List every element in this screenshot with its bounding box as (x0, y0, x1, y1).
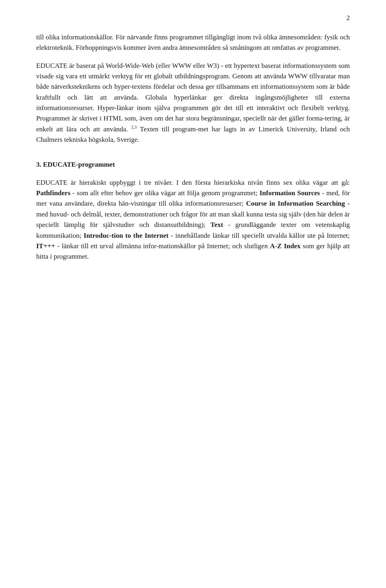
page-number: 2 (347, 13, 350, 23)
bold-introduction: Introduc-tion to the Internet (84, 232, 168, 239)
section-heading-text: 3. EDUCATE-programmet (36, 161, 115, 168)
text-after-introduction: - innehållande länkar till speciellt utv… (168, 232, 350, 239)
bold-information-sources: Information Sources (259, 189, 320, 197)
bold-itplusplus: IT+++ (36, 242, 55, 250)
bold-pathfinders: Pathfinders (36, 189, 70, 197)
paragraph-2-text: EDUCATE är baserat på World-Wide-Web (el… (36, 62, 350, 143)
paragraph-2: EDUCATE är baserat på World-Wide-Web (el… (36, 61, 350, 145)
main-content: till olika informationskällor. För närva… (36, 32, 350, 262)
text-after-superscript: Texten till program-met har lagts in av … (36, 125, 350, 143)
bold-text: Text (210, 221, 223, 229)
paragraph-3-intro: EDUCATE är hierakiskt uppbyggt i tre niv… (36, 179, 350, 260)
paragraph-1: till olika informationskällor. För närva… (36, 32, 350, 53)
paragraph-1-text: till olika informationskällor. För närva… (36, 33, 350, 51)
section-3-heading: 3. EDUCATE-programmet (36, 159, 350, 170)
bold-course-in-information: Course in Information Searching (246, 200, 345, 207)
text-after-pathfinders: - som allt efter behov ger olika vägar a… (70, 189, 257, 197)
paragraph-3: EDUCATE är hierakiskt uppbyggt i tre niv… (36, 178, 350, 262)
text-after-itplusplus: - länkar till ett urval allmänna infor-m… (55, 242, 268, 250)
bold-az-index: A-Z Index (270, 242, 300, 250)
page: 2 till olika informationskällor. För när… (0, 0, 386, 588)
superscript-23: 2,3 (131, 125, 137, 129)
